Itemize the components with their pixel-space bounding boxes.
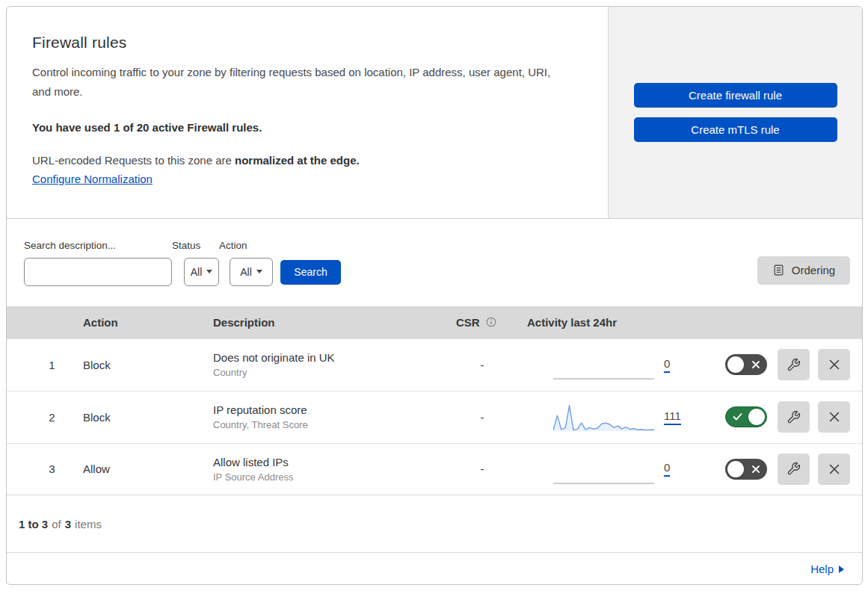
edit-rule-button[interactable] bbox=[778, 454, 810, 485]
rule-priority: 1 bbox=[7, 359, 79, 371]
rule-description-cell: Allow listed IPs IP Source Address bbox=[209, 456, 449, 483]
table-footer: 1 to 3 of 3 items bbox=[7, 495, 862, 552]
rule-description: Allow listed IPs bbox=[213, 456, 449, 468]
create-actions-panel: Create firewall rule Create mTLS rule bbox=[608, 7, 862, 218]
rule-enabled-toggle[interactable] bbox=[725, 459, 767, 480]
rule-description: IP reputation score bbox=[213, 403, 449, 416]
x-icon bbox=[751, 360, 760, 369]
table-row: 2 Block IP reputation score Country, Thr… bbox=[7, 391, 862, 443]
rule-priority: 3 bbox=[7, 462, 79, 475]
rule-activity-cell: 0 bbox=[516, 348, 692, 381]
close-icon bbox=[828, 410, 841, 424]
delete-rule-button[interactable] bbox=[818, 349, 850, 380]
items-of-label: of bbox=[52, 518, 61, 530]
ordering-list-icon bbox=[772, 264, 785, 276]
status-dropdown[interactable]: All bbox=[184, 258, 219, 286]
firewall-rules-panel: Firewall rules Control incoming traffic … bbox=[6, 6, 863, 585]
column-action: Action bbox=[79, 316, 209, 329]
csr-label: CSR bbox=[456, 316, 480, 329]
action-label: Action bbox=[219, 240, 273, 251]
close-icon bbox=[828, 358, 841, 371]
action-selected-value: All bbox=[240, 266, 252, 278]
status-group: Status All bbox=[172, 240, 219, 286]
rule-enabled-toggle[interactable] bbox=[725, 406, 767, 427]
normalization-text: URL-encoded Requests to this zone are bbox=[32, 154, 235, 167]
filter-bar: Search description... Status All Action … bbox=[7, 219, 862, 306]
delete-rule-button[interactable] bbox=[818, 454, 850, 485]
delete-rule-button[interactable] bbox=[818, 401, 850, 433]
rule-action: Block bbox=[79, 359, 209, 371]
x-icon bbox=[751, 465, 760, 474]
normalization-bold-text: normalized at the edge. bbox=[235, 154, 360, 167]
rule-enabled-toggle[interactable] bbox=[725, 354, 767, 375]
rule-csr-value: - bbox=[449, 411, 516, 424]
activity-sparkline bbox=[553, 400, 654, 433]
help-link[interactable]: Help bbox=[810, 563, 844, 575]
column-csr: CSR bbox=[449, 316, 516, 329]
search-button[interactable]: Search bbox=[280, 260, 341, 285]
edit-rule-button[interactable] bbox=[778, 401, 810, 433]
items-total: 3 bbox=[65, 518, 71, 530]
arrow-right-icon bbox=[839, 566, 844, 573]
table-row: 3 Allow Allow listed IPs IP Source Addre… bbox=[7, 443, 862, 495]
rule-csr-value: - bbox=[449, 359, 516, 371]
toggle-knob bbox=[727, 356, 744, 373]
rule-description: Does not originate in UK bbox=[213, 351, 449, 364]
status-selected-value: All bbox=[191, 266, 203, 278]
rule-activity-cell: 111 bbox=[516, 400, 692, 433]
rule-description-cell: IP reputation score Country, Threat Scor… bbox=[209, 403, 449, 430]
column-activity: Activity last 24hr bbox=[516, 316, 692, 329]
rule-priority: 2 bbox=[7, 411, 79, 424]
info-icon[interactable] bbox=[485, 316, 497, 328]
activity-count-link[interactable]: 111 bbox=[664, 409, 681, 425]
help-label: Help bbox=[810, 563, 834, 575]
normalization-note: URL-encoded Requests to this zone are no… bbox=[32, 154, 578, 167]
rule-fields: Country bbox=[213, 367, 449, 378]
configure-normalization-link[interactable]: Configure Normalization bbox=[32, 173, 153, 185]
page-title: Firewall rules bbox=[32, 34, 578, 52]
usage-summary: You have used 1 of 20 active Firewall ru… bbox=[32, 121, 578, 134]
rule-controls bbox=[692, 401, 862, 433]
table-row: 1 Block Does not originate in UK Country… bbox=[7, 338, 862, 391]
activity-sparkline bbox=[553, 453, 654, 486]
search-label: Search description... bbox=[24, 240, 172, 251]
rule-action: Block bbox=[79, 411, 209, 424]
close-icon bbox=[828, 462, 841, 476]
search-field[interactable] bbox=[24, 258, 172, 286]
create-firewall-rule-button[interactable]: Create firewall rule bbox=[634, 83, 837, 108]
table-header: Action Description CSR Activity last 24h… bbox=[7, 306, 862, 338]
rule-controls bbox=[692, 349, 862, 380]
action-group: Action All bbox=[219, 240, 273, 286]
rule-description-cell: Does not originate in UK Country bbox=[209, 351, 449, 378]
page-description: Control incoming traffic to your zone by… bbox=[32, 63, 564, 102]
column-description: Description bbox=[209, 316, 449, 329]
items-range: 1 to 3 bbox=[19, 518, 48, 530]
rule-controls bbox=[692, 454, 862, 485]
check-icon bbox=[733, 413, 742, 421]
toggle-knob bbox=[727, 461, 744, 477]
search-input[interactable] bbox=[40, 266, 175, 278]
activity-count-link[interactable]: 0 bbox=[664, 461, 670, 477]
chevron-down-icon bbox=[206, 270, 212, 273]
toggle-knob bbox=[748, 409, 765, 425]
action-dropdown[interactable]: All bbox=[230, 258, 273, 286]
help-bar: Help bbox=[7, 552, 862, 584]
status-label: Status bbox=[172, 240, 219, 251]
wrench-icon bbox=[787, 410, 801, 424]
search-group: Search description... bbox=[24, 240, 172, 286]
edit-rule-button[interactable] bbox=[778, 349, 810, 380]
items-word: items bbox=[75, 518, 102, 530]
rule-activity-cell: 0 bbox=[516, 453, 692, 486]
chevron-down-icon bbox=[256, 270, 262, 273]
rule-action: Allow bbox=[79, 462, 209, 475]
rule-fields: IP Source Address bbox=[213, 471, 449, 483]
activity-count-link[interactable]: 0 bbox=[664, 357, 670, 373]
wrench-icon bbox=[787, 462, 801, 476]
hero-text: Firewall rules Control incoming traffic … bbox=[7, 7, 608, 218]
ordering-button[interactable]: Ordering bbox=[757, 256, 850, 285]
ordering-label: Ordering bbox=[792, 264, 835, 276]
create-mtls-rule-button[interactable]: Create mTLS rule bbox=[634, 117, 837, 142]
rule-csr-value: - bbox=[449, 462, 516, 475]
activity-sparkline bbox=[553, 348, 654, 381]
hero-section: Firewall rules Control incoming traffic … bbox=[7, 7, 862, 219]
